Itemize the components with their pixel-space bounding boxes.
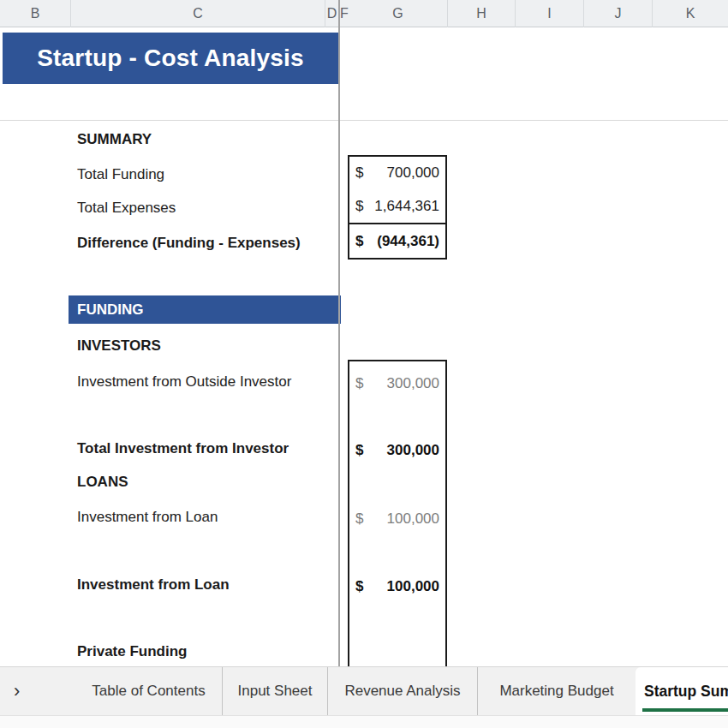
row-label-total-investment-investor: Total Investment from Investor	[77, 437, 289, 461]
difference-value: (944,361)	[377, 233, 439, 250]
currency-symbol: $	[355, 510, 363, 528]
funding-values-box: $ 300,000 $ 300,000 $ 100,000 $ 100,000	[348, 360, 447, 666]
tab-startup-summary-active[interactable]: Startup Sum	[636, 667, 728, 715]
cell-total-investment-investor[interactable]: $ 300,000	[349, 439, 445, 462]
column-header-H[interactable]: H	[448, 0, 516, 27]
frozen-pane-divider	[338, 0, 340, 666]
summary-heading: SUMMARY	[77, 128, 152, 152]
investment-outside-investor-value: 300,000	[387, 375, 439, 392]
currency-symbol: $	[355, 442, 363, 459]
column-header-J[interactable]: J	[584, 0, 653, 27]
row-label-investment-from-loan-total: Investment from Loan	[77, 573, 230, 597]
cell-difference-value[interactable]: $ (944,361)	[349, 224, 445, 258]
currency-symbol: $	[355, 375, 363, 392]
funding-section-header: FUNDING	[69, 295, 341, 324]
title-banner: Startup - Cost Analysis	[3, 33, 338, 84]
sheet-nav: ›	[0, 667, 75, 715]
cell-investment-from-loan[interactable]: $ 100,000	[349, 507, 445, 531]
difference-value-box: $ (944,361)	[348, 223, 447, 260]
column-header-G[interactable]: G	[349, 0, 448, 27]
row-label-investment-outside-investor: Investment from Outside Investor	[77, 370, 291, 394]
cell-investment-outside-investor[interactable]: $ 300,000	[349, 372, 445, 396]
currency-symbol: $	[355, 198, 363, 215]
row-label-total-funding: Total Funding	[77, 163, 164, 187]
column-header-C[interactable]: C	[71, 0, 325, 27]
investment-from-loan-value: 100,000	[387, 510, 439, 528]
worksheet-area: Startup - Cost Analysis SUMMARY Total Fu…	[0, 27, 728, 666]
active-tab-label: Startup Sum	[644, 683, 728, 701]
cell-total-funding-value[interactable]: $ 700,000	[349, 157, 445, 190]
column-header-F[interactable]: F	[340, 0, 349, 27]
investment-from-loan-total-value: 100,000	[387, 578, 439, 595]
investors-heading: INVESTORS	[77, 334, 161, 358]
row-label-investment-from-loan: Investment from Loan	[77, 505, 218, 529]
row-gridline	[0, 120, 728, 121]
loans-heading: LOANS	[77, 470, 128, 494]
funding-heading: FUNDING	[69, 301, 143, 319]
column-header-B[interactable]: B	[0, 0, 71, 27]
column-header-K[interactable]: K	[653, 0, 728, 27]
tab-marketing-budget[interactable]: Marketing Budget	[478, 667, 636, 715]
column-header-row: B C D F G H I J K	[0, 0, 728, 27]
column-header-I[interactable]: I	[516, 0, 584, 27]
total-funding-value: 700,000	[387, 164, 439, 182]
column-header-D[interactable]: D	[325, 0, 338, 27]
private-funding-heading: Private Funding	[77, 640, 187, 664]
active-tab-underline	[642, 708, 728, 712]
sheet-tab-bar: › Table of Contents Input Sheet Revenue …	[0, 666, 728, 715]
tab-table-of-contents[interactable]: Table of Contents	[75, 667, 223, 715]
sheet-nav-next-icon[interactable]: ›	[14, 682, 20, 701]
summary-values-box: $ 700,000 $ 1,644,361	[348, 155, 447, 224]
tab-revenue-analysis[interactable]: Revenue Analysis	[328, 667, 478, 715]
row-label-difference: Difference (Funding - Expenses)	[77, 231, 301, 255]
cell-investment-from-loan-total[interactable]: $ 100,000	[349, 575, 445, 599]
currency-symbol: $	[355, 233, 363, 250]
total-expenses-value: 1,644,361	[374, 198, 439, 215]
cell-total-expenses-value[interactable]: $ 1,644,361	[349, 190, 445, 224]
tab-input-sheet[interactable]: Input Sheet	[223, 667, 328, 715]
row-label-total-expenses: Total Expenses	[77, 196, 176, 220]
currency-symbol: $	[355, 578, 363, 595]
status-bar	[0, 715, 728, 728]
total-investment-investor-value: 300,000	[387, 442, 439, 459]
page-title: Startup - Cost Analysis	[37, 45, 304, 72]
currency-symbol: $	[355, 164, 363, 182]
